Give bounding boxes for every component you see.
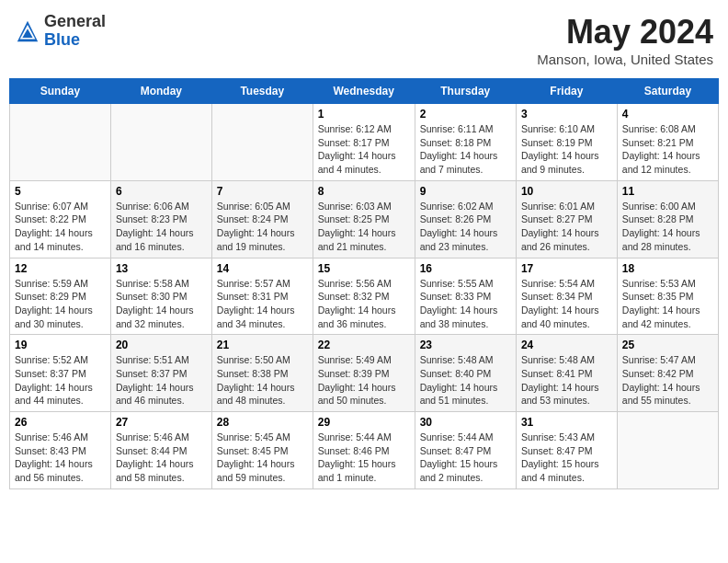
day-info: Sunrise: 5:46 AMSunset: 8:43 PMDaylight:… [15,431,106,485]
day-number: 16 [420,262,511,275]
day-info: Sunrise: 5:56 AMSunset: 8:32 PMDaylight:… [318,277,410,331]
day-number: 9 [420,185,511,198]
day-number: 8 [318,185,410,198]
day-number: 4 [622,108,713,121]
weekday-header: Tuesday [211,79,313,104]
logo-general-text: General [44,12,106,30]
calendar-cell: 30Sunrise: 5:44 AMSunset: 8:47 PMDayligh… [415,412,516,489]
weekday-header: Thursday [415,79,516,104]
day-number: 12 [15,262,106,275]
day-number: 14 [217,262,308,275]
day-number: 24 [521,339,612,351]
weekday-header: Friday [516,79,617,104]
calendar-cell: 21Sunrise: 5:50 AMSunset: 8:38 PMDayligh… [211,335,313,412]
calendar-cell: 27Sunrise: 5:46 AMSunset: 8:44 PMDayligh… [110,412,211,489]
calendar-cell: 26Sunrise: 5:46 AMSunset: 8:43 PMDayligh… [10,412,111,489]
calendar-cell: 11Sunrise: 6:00 AMSunset: 8:28 PMDayligh… [617,180,718,258]
weekday-header-row: SundayMondayTuesdayWednesdayThursdayFrid… [10,79,719,104]
calendar-cell: 14Sunrise: 5:57 AMSunset: 8:31 PMDayligh… [211,258,313,335]
weekday-header: Monday [110,79,211,104]
month-title: May 2024 [537,13,713,52]
day-number: 21 [217,339,308,351]
calendar-week-row: 5Sunrise: 6:07 AMSunset: 8:22 PMDaylight… [10,180,719,258]
day-info: Sunrise: 6:07 AMSunset: 8:22 PMDaylight:… [15,200,106,254]
day-number: 15 [318,262,410,275]
calendar-cell [110,104,211,181]
day-number: 22 [318,339,410,351]
day-info: Sunrise: 6:11 AMSunset: 8:18 PMDaylight:… [420,122,511,177]
calendar-cell: 3Sunrise: 6:10 AMSunset: 8:19 PMDaylight… [516,104,617,181]
calendar-cell: 8Sunrise: 6:03 AMSunset: 8:25 PMDaylight… [313,180,415,258]
calendar-cell: 29Sunrise: 5:44 AMSunset: 8:46 PMDayligh… [313,412,415,489]
day-number: 18 [622,262,713,275]
logo-icon [15,18,40,44]
calendar-cell [211,104,313,181]
calendar-cell: 16Sunrise: 5:55 AMSunset: 8:33 PMDayligh… [415,258,516,335]
day-number: 19 [15,339,106,351]
day-number: 5 [15,185,106,198]
day-info: Sunrise: 6:02 AMSunset: 8:26 PMDaylight:… [420,200,511,254]
day-info: Sunrise: 5:44 AMSunset: 8:47 PMDaylight:… [420,431,511,485]
calendar-cell: 23Sunrise: 5:48 AMSunset: 8:40 PMDayligh… [415,335,516,412]
day-info: Sunrise: 6:10 AMSunset: 8:19 PMDaylight:… [521,122,612,177]
day-info: Sunrise: 5:55 AMSunset: 8:33 PMDaylight:… [420,277,511,331]
day-number: 28 [217,416,308,429]
calendar-cell: 18Sunrise: 5:53 AMSunset: 8:35 PMDayligh… [617,258,718,335]
day-info: Sunrise: 5:48 AMSunset: 8:40 PMDaylight:… [420,353,511,408]
calendar-cell: 7Sunrise: 6:05 AMSunset: 8:24 PMDaylight… [211,180,313,258]
day-info: Sunrise: 5:58 AMSunset: 8:30 PMDaylight:… [116,277,207,331]
day-number: 1 [318,108,410,121]
day-number: 26 [15,416,106,429]
calendar-cell: 5Sunrise: 6:07 AMSunset: 8:22 PMDaylight… [10,180,111,258]
day-number: 3 [521,108,612,121]
calendar-cell: 22Sunrise: 5:49 AMSunset: 8:39 PMDayligh… [313,335,415,412]
calendar-cell: 10Sunrise: 6:01 AMSunset: 8:27 PMDayligh… [516,180,617,258]
day-info: Sunrise: 6:08 AMSunset: 8:21 PMDaylight:… [622,122,713,177]
calendar-cell: 6Sunrise: 6:06 AMSunset: 8:23 PMDaylight… [110,180,211,258]
day-number: 13 [116,262,207,275]
day-number: 31 [521,416,612,429]
day-number: 7 [217,185,308,198]
day-info: Sunrise: 5:48 AMSunset: 8:41 PMDaylight:… [521,353,612,408]
day-info: Sunrise: 6:06 AMSunset: 8:23 PMDaylight:… [116,200,207,254]
calendar-cell: 13Sunrise: 5:58 AMSunset: 8:30 PMDayligh… [110,258,211,335]
day-info: Sunrise: 5:47 AMSunset: 8:42 PMDaylight:… [622,353,713,408]
location-text: Manson, Iowa, United States [537,52,713,67]
day-number: 17 [521,262,612,275]
calendar-cell: 25Sunrise: 5:47 AMSunset: 8:42 PMDayligh… [617,335,718,412]
calendar-cell: 20Sunrise: 5:51 AMSunset: 8:37 PMDayligh… [110,335,211,412]
calendar-cell [10,104,111,181]
calendar-cell: 19Sunrise: 5:52 AMSunset: 8:37 PMDayligh… [10,335,111,412]
calendar-cell: 17Sunrise: 5:54 AMSunset: 8:34 PMDayligh… [516,258,617,335]
day-info: Sunrise: 6:03 AMSunset: 8:25 PMDaylight:… [318,200,410,254]
day-info: Sunrise: 6:12 AMSunset: 8:17 PMDaylight:… [318,122,410,177]
day-info: Sunrise: 5:45 AMSunset: 8:45 PMDaylight:… [217,431,308,485]
weekday-header: Saturday [617,79,718,104]
day-info: Sunrise: 5:46 AMSunset: 8:44 PMDaylight:… [116,431,207,485]
day-info: Sunrise: 5:53 AMSunset: 8:35 PMDaylight:… [622,277,713,331]
day-number: 10 [521,185,612,198]
calendar-cell [617,412,718,489]
day-info: Sunrise: 5:50 AMSunset: 8:38 PMDaylight:… [217,353,308,408]
calendar-cell: 12Sunrise: 5:59 AMSunset: 8:29 PMDayligh… [10,258,111,335]
calendar-cell: 4Sunrise: 6:08 AMSunset: 8:21 PMDaylight… [617,104,718,181]
calendar-week-row: 12Sunrise: 5:59 AMSunset: 8:29 PMDayligh… [10,258,719,335]
day-info: Sunrise: 5:43 AMSunset: 8:47 PMDaylight:… [521,431,612,485]
weekday-header: Wednesday [313,79,415,104]
day-number: 27 [116,416,207,429]
calendar-cell: 2Sunrise: 6:11 AMSunset: 8:18 PMDaylight… [415,104,516,181]
day-number: 30 [420,416,511,429]
day-info: Sunrise: 6:01 AMSunset: 8:27 PMDaylight:… [521,200,612,254]
day-info: Sunrise: 5:59 AMSunset: 8:29 PMDaylight:… [15,277,106,331]
day-info: Sunrise: 5:51 AMSunset: 8:37 PMDaylight:… [116,353,207,408]
logo: General Blue [15,13,106,50]
day-number: 11 [622,185,713,198]
calendar-week-row: 26Sunrise: 5:46 AMSunset: 8:43 PMDayligh… [10,412,719,489]
day-info: Sunrise: 5:44 AMSunset: 8:46 PMDaylight:… [318,431,410,485]
calendar-cell: 15Sunrise: 5:56 AMSunset: 8:32 PMDayligh… [313,258,415,335]
day-info: Sunrise: 6:00 AMSunset: 8:28 PMDaylight:… [622,200,713,254]
day-info: Sunrise: 6:05 AMSunset: 8:24 PMDaylight:… [217,200,308,254]
day-number: 6 [116,185,207,198]
title-block: May 2024 Manson, Iowa, United States [537,13,713,67]
day-number: 29 [318,416,410,429]
